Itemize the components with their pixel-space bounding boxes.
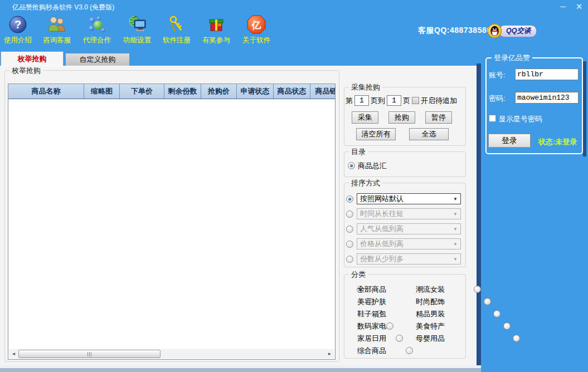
toolbar-item-about[interactable]: 亿 关于软件 xyxy=(239,14,274,45)
category-label: 时尚配饰 xyxy=(416,297,445,307)
toolbar-item-customer-service[interactable]: 咨询客服 xyxy=(39,14,75,45)
sort-radio-price[interactable] xyxy=(346,241,353,248)
login-panel-shadow xyxy=(583,61,586,156)
category-label: 精品男装 xyxy=(416,309,445,319)
tab-custom-purchase[interactable]: 自定义抢购 xyxy=(65,53,130,66)
dropdown-arrow-icon: ▼ xyxy=(453,242,458,247)
scrollbar-thumb[interactable] xyxy=(18,350,161,358)
page-middle-label: 页到 xyxy=(371,96,385,106)
sort-radio-default[interactable] xyxy=(346,195,353,203)
dropdown-arrow-icon: ▼ xyxy=(453,197,458,202)
window-bottom-frame xyxy=(0,368,481,372)
sort-dropdown-popularity: 人气从低到高 ▼ xyxy=(357,223,461,234)
category-radio-digital[interactable] xyxy=(386,322,393,330)
category-radio-accessories[interactable] xyxy=(484,298,491,305)
sort-radio-quantity[interactable] xyxy=(346,256,353,263)
column-header-product-link[interactable]: 商品链接 xyxy=(310,84,336,99)
page-to-input[interactable] xyxy=(387,95,401,106)
toolbar-item-register[interactable]: 软件注册 xyxy=(159,14,195,45)
append-checkbox[interactable] xyxy=(412,97,419,104)
horizontal-scrollbar[interactable]: ◄ ► xyxy=(9,349,334,359)
page-prefix-label: 第 xyxy=(346,96,353,106)
column-header-snap-price[interactable]: 抢购价 xyxy=(201,84,237,99)
category-radio-general[interactable] xyxy=(406,347,413,354)
sort-radio-popularity[interactable] xyxy=(346,226,353,233)
toolbar-item-help[interactable]: ? 使用介绍 xyxy=(0,14,36,45)
sort-option-row: 时间从长往短 ▼ xyxy=(346,208,461,219)
toolbar-item-label: 代理合作 xyxy=(79,36,115,45)
sort-option-row: 份数从少到多 ▼ xyxy=(346,253,461,265)
catalog-radio-label: 商品总汇 xyxy=(358,161,387,171)
show-password-checkbox[interactable] xyxy=(489,115,496,122)
toolbar-item-label: 咨询客服 xyxy=(39,36,75,45)
qq-chat-pill: QQ交谈 xyxy=(499,25,537,37)
password-input[interactable] xyxy=(515,92,579,104)
category-label: 潮流女装 xyxy=(416,285,445,295)
scroll-right-icon[interactable]: ► xyxy=(325,349,334,359)
category-label: 鞋子箱包 xyxy=(357,309,386,319)
toolbar-item-label: 关于软件 xyxy=(239,36,274,45)
sort-option-row: 人气从低到高 ▼ xyxy=(346,223,461,234)
toolbar-item-settings[interactable]: 功能设置 xyxy=(119,14,155,45)
column-header-apply-status[interactable]: 申请状态 xyxy=(237,84,274,99)
category-label: 综合商品 xyxy=(357,346,386,356)
toolbar-item-label: 使用介绍 xyxy=(0,36,36,45)
sort-option-row: 按照网站默认 ▼ xyxy=(346,193,461,204)
sort-dropdown-default[interactable]: 按照网站默认 ▼ xyxy=(357,193,461,204)
column-header-product-name[interactable]: 商品名称 xyxy=(8,84,84,99)
qq-chat-button[interactable]: QQ交谈 xyxy=(487,23,537,38)
svg-text:?: ? xyxy=(14,18,21,31)
page-from-input[interactable] xyxy=(354,95,369,106)
column-header-product-status[interactable]: 商品状态 xyxy=(274,84,310,99)
sort-dropdown-value: 按照网站默认 xyxy=(360,194,404,204)
dropdown-arrow-icon: ▼ xyxy=(453,212,458,217)
app-window: 亿品赞抢购秒杀软件 V3.0 (免费版) ─ ✕ ? 使用介绍 咨询客服 xyxy=(0,0,588,372)
category-label: 家居日用 xyxy=(357,334,386,344)
settings-icon xyxy=(127,14,148,35)
product-list: 商品名称 缩略图 下单价 剩余份数 抢购价 申请状态 商品状态 商品链接 ◄ ► xyxy=(8,84,336,360)
qq-penguin-icon xyxy=(487,23,502,38)
customer-service-icon xyxy=(46,14,67,35)
toolbar-item-agency[interactable]: 代理合作 xyxy=(79,14,115,45)
category-label: 美食特产 xyxy=(416,321,445,331)
sort-groupbox-title: 排序方式 xyxy=(349,178,382,188)
register-key-icon xyxy=(166,14,187,35)
tab-enum-purchase[interactable]: 枚举抢购 xyxy=(1,51,64,66)
column-header-remaining[interactable]: 剩余份数 xyxy=(164,84,201,99)
show-password-label: 显示星号密码 xyxy=(499,114,542,124)
toolbar-item-label: 有奖参与 xyxy=(198,36,234,45)
catalog-radio-all-products[interactable] xyxy=(348,162,355,169)
account-input[interactable] xyxy=(515,68,579,80)
catalog-groupbox-title: 目录 xyxy=(349,147,368,157)
password-label: 密码: xyxy=(489,94,506,104)
sort-radio-time[interactable] xyxy=(346,211,353,218)
category-radio-baby[interactable] xyxy=(513,335,520,342)
category-label: 美容护肤 xyxy=(357,297,386,307)
collect-button[interactable]: 采集 xyxy=(352,111,378,124)
toolbar-item-label: 功能设置 xyxy=(119,36,155,45)
dropdown-arrow-icon: ▼ xyxy=(453,257,458,262)
category-label: 全部商品 xyxy=(357,285,386,295)
category-radio-mens[interactable] xyxy=(493,310,500,317)
close-button[interactable]: ✕ xyxy=(572,1,586,12)
sort-dropdown-value: 人气从低到高 xyxy=(360,224,404,234)
help-icon: ? xyxy=(7,14,28,35)
sort-dropdown-value: 时间从长往短 xyxy=(360,209,404,219)
sort-dropdown-value: 价格从低到高 xyxy=(360,239,404,249)
minimize-button[interactable]: ─ xyxy=(556,1,570,12)
select-all-button[interactable]: 全选 xyxy=(409,128,449,140)
login-groupbox-title: 登录亿品赞 xyxy=(492,53,532,63)
product-list-body xyxy=(8,99,335,341)
pause-button[interactable]: 暂停 xyxy=(425,111,452,124)
sort-option-row: 价格从低到高 ▼ xyxy=(346,238,461,249)
column-header-thumbnail[interactable]: 缩略图 xyxy=(84,84,120,99)
snap-button[interactable]: 抢购 xyxy=(388,111,415,124)
scrollbar-grip-icon xyxy=(88,352,92,356)
dropdown-arrow-icon: ▼ xyxy=(453,227,458,232)
category-radio-food[interactable] xyxy=(503,322,511,330)
clear-all-button[interactable]: 清空所有 xyxy=(356,128,396,140)
column-header-order-price[interactable]: 下单价 xyxy=(120,84,164,99)
scroll-left-icon[interactable]: ◄ xyxy=(9,349,18,359)
login-button[interactable]: 登录 xyxy=(488,134,531,148)
toolbar-item-prize[interactable]: 有奖参与 xyxy=(198,14,234,45)
